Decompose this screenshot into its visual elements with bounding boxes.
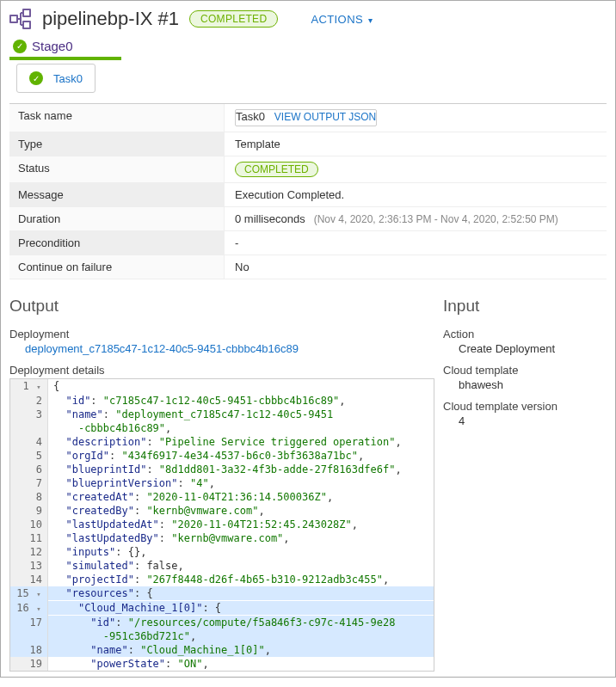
task-card[interactable]: ✓ Task0 <box>16 64 95 93</box>
page-title: pipelinebp-IX #1 <box>42 8 179 30</box>
pipeline-icon <box>9 9 32 29</box>
stage-header[interactable]: ✓ Stage0 <box>13 39 73 53</box>
editor-line[interactable]: 1 ▾{ <box>10 379 434 394</box>
editor-line[interactable]: 11 "lastUpdatedBy": "kernb@vmware.com", <box>10 531 434 545</box>
editor-line[interactable]: 13 "simulated": false, <box>10 559 434 573</box>
value-duration-range: (Nov 4, 2020, 2:36:13 PM - Nov 4, 2020, … <box>314 213 558 225</box>
editor-line[interactable]: -951c36bd721c", <box>10 629 434 643</box>
editor-line[interactable]: 5 "orgId": "434f6917-4e34-4537-b6c0-3bf3… <box>10 449 434 463</box>
editor-line[interactable]: 2 "id": "c7185c47-1c12-40c5-9451-cbbbc4b… <box>10 394 434 408</box>
json-editor[interactable]: 1 ▾{2 "id": "c7185c47-1c12-40c5-9451-cbb… <box>9 378 434 672</box>
label-task-name: Task name <box>9 104 225 132</box>
task-details-table: Task name Task0 VIEW OUTPUT JSON Type Te… <box>9 103 607 279</box>
editor-line[interactable]: 7 "blueprintVersion": "4", <box>10 476 434 490</box>
deployment-label: Deployment <box>9 328 434 340</box>
task-name: Task0 <box>53 72 83 85</box>
value-continue-on-failure: No <box>235 261 249 273</box>
output-heading: Output <box>9 297 434 316</box>
editor-line[interactable]: 15 ▾ "resources": { <box>10 586 434 601</box>
editor-line[interactable]: -cbbbc4b16c89", <box>10 421 434 435</box>
value-task-name: Task0 <box>236 110 265 123</box>
editor-line[interactable]: 9 "createdBy": "kernb@vmware.com", <box>10 504 434 518</box>
cloud-template-version-label: Cloud template version <box>443 400 607 413</box>
deployment-link[interactable]: deployment_c7185c47-1c12-40c5-9451-cbbbc… <box>25 342 434 355</box>
actions-label: ACTIONS <box>311 13 363 26</box>
deployment-details-label: Deployment details <box>9 364 434 377</box>
label-status: Status <box>9 156 225 182</box>
status-badge: COMPLETED <box>189 10 278 28</box>
stage-progress-bar <box>9 57 121 60</box>
editor-line[interactable]: 8 "createdAt": "2020-11-04T21:36:14.5000… <box>10 490 434 504</box>
value-message: Execution Completed. <box>235 188 344 201</box>
editor-line[interactable]: 6 "blueprintId": "8d1dd801-3a32-4f3b-add… <box>10 463 434 476</box>
cloud-template-label: Cloud template <box>443 364 607 377</box>
input-heading: Input <box>443 297 607 316</box>
chevron-down-icon: ▾ <box>368 15 373 25</box>
editor-line[interactable]: 10 "lastUpdatedAt": "2020-11-04T21:52:45… <box>10 518 434 531</box>
actions-menu[interactable]: ACTIONS ▾ <box>311 13 373 26</box>
editor-line[interactable]: 14 "projectId": "267f8448-d26f-4b65-b310… <box>10 573 434 586</box>
svg-rect-2 <box>23 21 30 28</box>
editor-line[interactable]: 19 "powerState": "ON", <box>10 657 434 671</box>
label-precondition: Precondition <box>9 231 225 255</box>
check-icon: ✓ <box>29 71 43 85</box>
stage-name: Stage0 <box>32 39 73 53</box>
label-type: Type <box>9 132 225 156</box>
cloud-template-value: bhawesh <box>459 378 607 391</box>
editor-line[interactable]: 3 "name": "deployment_c7185c47-1c12-40c5… <box>10 408 434 421</box>
cloud-template-version-value: 4 <box>459 414 607 427</box>
editor-line[interactable]: 4 "description": "Pipeline Service trigg… <box>10 435 434 449</box>
value-precondition: - <box>235 236 238 249</box>
action-label: Action <box>443 328 607 340</box>
editor-line[interactable]: 16 ▾ "Cloud_Machine_1[0]": { <box>10 601 434 616</box>
editor-line[interactable]: 12 "inputs": {}, <box>10 545 434 559</box>
label-duration: Duration <box>9 207 225 230</box>
value-duration: 0 milliseconds <box>235 212 305 225</box>
label-continue-on-failure: Continue on failure <box>9 255 225 279</box>
editor-line[interactable]: 18 "name": "Cloud_Machine_1[0]", <box>10 643 434 657</box>
svg-rect-1 <box>23 9 30 16</box>
check-icon: ✓ <box>13 40 27 53</box>
view-output-json-link[interactable]: VIEW OUTPUT JSON <box>274 111 376 123</box>
value-status-badge: COMPLETED <box>235 162 318 177</box>
label-message: Message <box>9 183 225 206</box>
action-value: Create Deployment <box>459 342 607 355</box>
value-type: Template <box>235 138 280 150</box>
editor-line[interactable]: 17 "id": "/resources/compute/f5a846f3-c9… <box>10 616 434 629</box>
svg-rect-0 <box>10 15 17 22</box>
